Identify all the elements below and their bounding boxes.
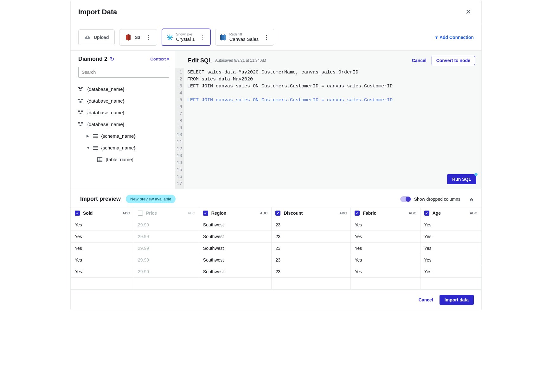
column-checkbox[interactable]: ✓ xyxy=(424,211,429,216)
database-icon xyxy=(78,122,84,127)
code-lines[interactable]: SELECT sales-data-May2020.CustomerName, … xyxy=(184,68,481,189)
column-name: Sold xyxy=(83,211,93,216)
import-data-button[interactable]: Import data xyxy=(440,295,474,305)
autosave-text: Autosaved 8/9/21 at 11:34 AM xyxy=(215,58,266,63)
svg-rect-10 xyxy=(81,122,83,123)
table-cell: 29.99 xyxy=(134,243,199,254)
database-icon xyxy=(78,99,84,103)
svg-rect-7 xyxy=(81,111,83,112)
column-header[interactable]: ✓DiscountABC xyxy=(272,207,351,219)
table-cell: Yes xyxy=(71,231,134,243)
search-input[interactable] xyxy=(78,67,169,78)
table-cell: Yes xyxy=(351,266,420,278)
caret-down-icon: ▼ xyxy=(87,146,90,150)
column-checkbox[interactable]: ✓ xyxy=(203,211,208,216)
schema-icon xyxy=(93,146,98,150)
new-preview-pill[interactable]: New preview available xyxy=(126,195,176,203)
column-type-badge: ABC xyxy=(409,211,416,215)
table-cell: Yes xyxy=(351,243,420,254)
cloud-upload-icon xyxy=(84,34,91,41)
table-cell: 29.99 xyxy=(134,231,199,243)
footer-cancel-button[interactable]: Cancel xyxy=(419,297,433,302)
table-cell: 29.99 xyxy=(134,219,199,231)
table-cell: Yes xyxy=(420,266,481,278)
column-name: Price xyxy=(146,211,157,216)
run-sql-button[interactable]: Run SQL xyxy=(447,174,476,184)
table-cell: 23 xyxy=(272,243,351,254)
table-cell: 23 xyxy=(272,231,351,243)
svg-rect-15 xyxy=(93,146,98,147)
svg-rect-18 xyxy=(98,157,102,161)
datasource-name: Diamond 2 ↻ xyxy=(78,56,114,62)
table-cell: Yes xyxy=(71,219,134,231)
kebab-icon[interactable]: ⋮ xyxy=(145,34,151,41)
column-name: Region xyxy=(211,211,226,216)
database-item[interactable]: {database_name} xyxy=(78,118,169,130)
schema-item[interactable]: ▶{schema_name} xyxy=(78,130,169,142)
table-cell: Yes xyxy=(420,231,481,243)
database-tree: {database_name} {database_name} {databas… xyxy=(78,83,169,165)
column-header[interactable]: ✓AgeABC xyxy=(420,207,481,219)
snowflake-name: Crystal 1 xyxy=(176,36,195,42)
modal-title: Import Data xyxy=(78,8,117,16)
sidebar: Diamond 2 ↻ Context ▾ {database_name} {d… xyxy=(71,51,175,189)
column-checkbox[interactable]: ✓ xyxy=(355,211,360,216)
table-cell: 23 xyxy=(272,219,351,231)
close-icon: ✕ xyxy=(465,8,471,16)
svg-rect-5 xyxy=(80,101,81,103)
table-cell: Yes xyxy=(71,254,134,266)
column-name: Age xyxy=(433,211,441,216)
snowflake-labels: Snowflake Crystal 1 xyxy=(176,32,195,42)
kebab-icon[interactable]: ⋮ xyxy=(264,34,269,41)
redshift-name: Canvas Sales xyxy=(229,36,259,42)
column-checkbox[interactable]: ✓ xyxy=(138,211,143,216)
show-dropped-toggle[interactable] xyxy=(400,196,411,202)
column-header[interactable]: ✓RegionABC xyxy=(199,207,272,219)
editor-title: Edit SQL xyxy=(188,57,212,64)
svg-rect-0 xyxy=(78,87,80,88)
database-item[interactable]: {database_name} xyxy=(78,95,169,107)
column-name: Fabric xyxy=(363,211,376,216)
column-header[interactable]: ✓FabricABC xyxy=(351,207,420,219)
s3-icon xyxy=(125,34,132,41)
column-type-badge: ABC xyxy=(470,211,477,215)
context-dropdown[interactable]: Context ▾ xyxy=(151,57,169,61)
svg-rect-11 xyxy=(80,125,81,126)
redshift-top-label: Redshift xyxy=(229,32,259,36)
table-cell: Yes xyxy=(420,243,481,254)
source-upload-label: Upload xyxy=(94,35,109,40)
database-icon xyxy=(78,87,84,92)
modal-header: Import Data ✕ xyxy=(71,0,481,24)
source-snowflake[interactable]: Snowflake Crystal 1 ⋮ xyxy=(162,28,211,46)
source-redshift[interactable]: Redshift Canvas Sales ⋮ xyxy=(215,29,274,46)
import-data-modal: Import Data ✕ Upload S3 ⋮ Snowflake C xyxy=(70,0,482,310)
table-header-row: ✓SoldABC✓PriceABC✓RegionABC✓DiscountABC✓… xyxy=(71,207,481,219)
table-item[interactable]: {table_name} xyxy=(78,154,169,165)
database-item[interactable]: {database_name} xyxy=(78,107,169,118)
editor-cancel-button[interactable]: Cancel xyxy=(412,58,427,63)
source-s3[interactable]: S3 ⋮ xyxy=(119,29,157,46)
caret-down-icon: ▾ xyxy=(167,57,169,61)
column-type-badge: ABC xyxy=(339,211,347,215)
add-connection-button[interactable]: ▾ Add Connection xyxy=(435,35,474,40)
table-row: Yes29.99Southwest23YesYes xyxy=(71,243,481,254)
schema-icon xyxy=(93,134,98,138)
column-header[interactable]: ✓SoldABC xyxy=(71,207,134,219)
table-row: Yes29.99Southwest23YesYes xyxy=(71,231,481,243)
sql-editor[interactable]: 1234567891011121314151617 SELECT sales-d… xyxy=(175,68,481,189)
kebab-icon[interactable]: ⋮ xyxy=(200,34,206,41)
schema-item[interactable]: ▼{schema_name} xyxy=(78,142,169,154)
redshift-labels: Redshift Canvas Sales xyxy=(229,32,259,42)
line-gutter: 1234567891011121314151617 xyxy=(175,68,184,189)
database-item[interactable]: {database_name} xyxy=(78,83,169,95)
source-upload[interactable]: Upload xyxy=(78,29,115,45)
column-header[interactable]: ✓PriceABC xyxy=(134,207,199,219)
column-checkbox[interactable]: ✓ xyxy=(275,211,280,216)
refresh-icon[interactable]: ↻ xyxy=(110,56,114,62)
collapse-icon[interactable] xyxy=(469,197,474,201)
convert-to-node-button[interactable]: Convert to node xyxy=(432,56,475,65)
close-button[interactable]: ✕ xyxy=(463,7,474,17)
column-checkbox[interactable]: ✓ xyxy=(75,211,80,216)
svg-rect-6 xyxy=(78,111,80,112)
table-cell: Yes xyxy=(351,219,420,231)
